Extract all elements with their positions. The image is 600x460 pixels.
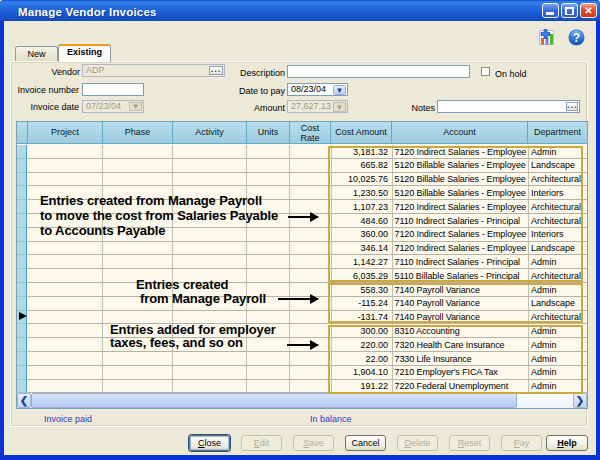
svg-text:?: ? xyxy=(573,31,580,45)
